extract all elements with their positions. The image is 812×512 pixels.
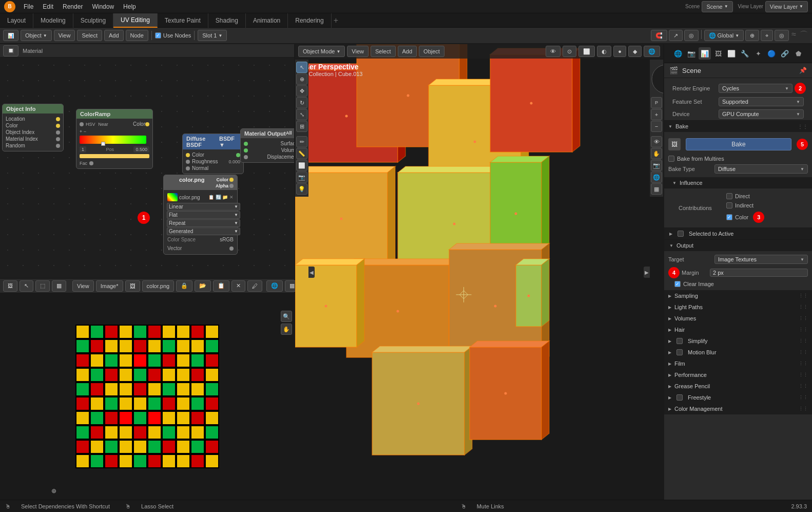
direct-cb[interactable] (726, 193, 732, 199)
tool-move[interactable]: ✥ (296, 85, 307, 97)
projection-select[interactable]: Flat▼ (167, 211, 240, 219)
node-editor[interactable]: 🔲 Material Object I (0, 44, 294, 279)
feature-set-dropdown[interactable]: Supported ▼ (719, 97, 804, 106)
viewport-overlay2-btn[interactable]: 🌐 (644, 46, 660, 57)
img-editor-mode[interactable]: 🖼 (3, 280, 17, 292)
influence-header[interactable]: ▼ Influence (664, 177, 812, 188)
node-material-output[interactable]: Material Output All ▼ Surface Volume (240, 128, 294, 163)
tab-modeling[interactable]: Modeling (33, 13, 73, 28)
film-section-header[interactable]: ▶ Film ⋮⋮ (664, 358, 812, 369)
img-select2-btn[interactable]: ▦ (52, 280, 66, 292)
menu-file[interactable]: File (20, 2, 37, 11)
freestyle-section-header[interactable]: ▶ Freestyle ⋮⋮ (664, 392, 812, 403)
viewport-panel[interactable]: Object Mode ▼ View Select Add Object 👁 ⊙… (295, 44, 663, 500)
interpolation-select[interactable]: Linear▼ (167, 203, 240, 211)
indirect-cb[interactable] (726, 202, 732, 208)
prop-tab-constraints[interactable]: 🔗 (779, 47, 791, 60)
simplify-cb[interactable] (676, 338, 683, 344)
view-layer-selector[interactable]: View Layer ▼ (765, 1, 808, 12)
tool-add-cube[interactable]: ⬜ (296, 160, 307, 171)
persp-ortho-btn[interactable]: P (651, 97, 662, 108)
margin-value[interactable]: 2 px (710, 269, 808, 277)
bake-section-header[interactable]: ▼ Bake ⋮⋮ (664, 121, 812, 132)
img-folder-btn[interactable]: 📂 (195, 280, 211, 292)
render-engine-dropdown[interactable]: Cycles ▼ (719, 84, 792, 93)
nav-gizmo[interactable]: Z Y X (651, 64, 663, 94)
tab-shading[interactable]: Shading (208, 13, 246, 28)
motion-blur-cb[interactable] (676, 349, 683, 355)
img-close-btn[interactable]: ✕ (231, 280, 245, 292)
extension-select[interactable]: Repeat▼ (167, 219, 240, 227)
tool-annotate[interactable]: ✏ (296, 136, 307, 147)
panel-collapse-left[interactable]: ◀ (308, 267, 315, 278)
use-nodes-checkbox[interactable]: ✓ (155, 32, 161, 39)
transform-btn[interactable]: ↗ (669, 30, 683, 41)
transform-orient-btn[interactable]: ⌖ (761, 30, 773, 41)
prop-tab-scene[interactable]: 🌐 (672, 47, 684, 60)
node-menu[interactable]: Node (126, 30, 148, 41)
prop-tab-modifier[interactable]: 🔧 (739, 47, 751, 60)
freestyle-cb[interactable] (676, 394, 683, 401)
hair-section-header[interactable]: ▶ Hair ⋮⋮ (664, 324, 812, 335)
panel-collapse-right[interactable]: ▶ (644, 267, 650, 278)
shading-toggle[interactable]: ✋ (651, 148, 662, 159)
use-nodes-toggle[interactable]: ✓ Use Nodes (155, 32, 191, 39)
tab-rendering[interactable]: Rendering (288, 13, 331, 28)
img-overlay-btn[interactable]: 🌐 (266, 280, 283, 292)
image-btn[interactable]: Image* (96, 280, 123, 292)
target-dropdown[interactable]: Image Textures ▼ (714, 255, 808, 264)
img-zoom-btn[interactable]: 🔍 (281, 311, 292, 322)
zoom-in-btn[interactable]: + (651, 109, 662, 120)
filename-field[interactable]: color.png (142, 280, 175, 292)
viewport-display[interactable]: ▦ (651, 183, 662, 195)
node-mode-icon[interactable]: 🔲 (3, 45, 18, 56)
node-color-png[interactable]: color.png Color Alpha (163, 175, 238, 255)
pivot-btn[interactable]: ⊕ (745, 30, 759, 41)
output-header[interactable]: ▼ Output (664, 240, 812, 251)
viewport-object-btn[interactable]: Object (419, 46, 444, 57)
img-cursor-btn[interactable]: ↖ (20, 280, 33, 292)
sampling-section-header[interactable]: ▶ Sampling ⋮⋮ (664, 290, 812, 301)
overlay-btn[interactable]: ⊙ (563, 46, 576, 57)
view-btn[interactable]: View (72, 280, 94, 292)
shading3-btn[interactable]: ◆ (628, 46, 642, 57)
overlay-toggle[interactable]: 👁 (651, 136, 662, 147)
light-paths-section-header[interactable]: ▶ Light Paths ⋮⋮ (664, 301, 812, 313)
view-menu[interactable]: View (54, 30, 75, 41)
prop-tab-particle[interactable]: ✦ (752, 47, 764, 60)
global-selector[interactable]: 🌐 Global ▼ (704, 30, 744, 41)
prop-tab-object[interactable]: ⬜ (725, 47, 738, 60)
viewport-add-btn[interactable]: Add (398, 46, 417, 57)
prop-tab-render-active[interactable]: 📊 (699, 47, 711, 60)
render-mode[interactable]: 📷 (651, 160, 662, 171)
tab-layout[interactable]: Layout (0, 13, 33, 28)
menu-help[interactable]: Help (119, 2, 140, 11)
selected-to-active-header[interactable]: ▶ Selected to Active (664, 228, 812, 239)
shading1-btn[interactable]: ◐ (597, 46, 611, 57)
viewport-mode-btn[interactable]: Object Mode ▼ (298, 46, 345, 57)
img-protect-btn[interactable]: 🔒 (176, 280, 192, 292)
slot-selector[interactable]: Slot 1 ▼ (198, 30, 227, 41)
selected-to-active-cb[interactable] (678, 231, 684, 237)
tool-transform[interactable]: ⊞ (296, 121, 307, 132)
simplify-section-header[interactable]: ▶ Simplify ⋮⋮ (664, 335, 812, 347)
menu-render[interactable]: Render (59, 2, 87, 11)
node-editor-mode-btn[interactable]: 📊 (3, 30, 18, 41)
image-canvas[interactable]: 🔍 ✋ ⊕ (0, 293, 294, 500)
viewport-select-btn[interactable]: Select (371, 46, 396, 57)
bake-button[interactable]: Bake (686, 138, 791, 150)
performance-section-header[interactable]: ▶ Performance ⋮⋮ (664, 369, 812, 381)
viewport-view-btn[interactable]: View (347, 46, 369, 57)
shading-mode-solid[interactable]: 👁 (546, 46, 560, 57)
clear-image-cb[interactable]: ✓ (674, 281, 681, 287)
node-diffuse-bsdf[interactable]: Diffuse BSDF BSDF ▼ Color Roughness 0.00 (182, 134, 244, 174)
tool-measure[interactable]: 📏 (296, 148, 307, 159)
pin-icon[interactable]: 📌 (799, 67, 807, 74)
grease-pencil-section-header[interactable]: ▶ Grease Pencil ⋮⋮ (664, 381, 812, 392)
img-pan-btn[interactable]: ✋ (281, 324, 292, 335)
tool-select[interactable]: ↖ (296, 62, 307, 73)
menu-edit[interactable]: Edit (38, 2, 57, 11)
img-select-btn[interactable]: ⬚ (35, 280, 50, 292)
node-canvas[interactable]: Object Info Location Color Object Index … (0, 58, 294, 279)
tab-texture-paint[interactable]: Texture Paint (158, 13, 208, 28)
